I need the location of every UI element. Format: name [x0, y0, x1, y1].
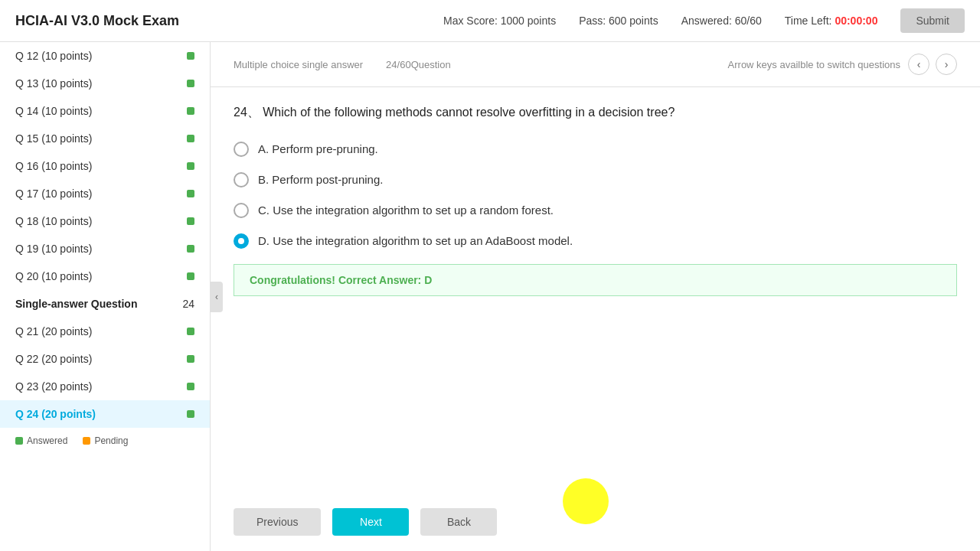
radio-d-inner	[238, 238, 244, 244]
option-a-text: A. Perform pre-pruning.	[258, 142, 378, 155]
sidebar-item-q17[interactable]: Q 17 (10 points)	[0, 180, 210, 207]
sidebar-item-label: Q 19 (10 points)	[15, 243, 92, 255]
sidebar-item-q23[interactable]: Q 23 (20 points)	[0, 373, 210, 400]
sidebar-section-single: Single-answer Question 24	[0, 290, 210, 318]
sidebar-item-q13[interactable]: Q 13 (10 points)	[0, 70, 210, 97]
answered-dot	[187, 383, 194, 390]
sidebar-item-q15[interactable]: Q 15 (10 points)	[0, 125, 210, 152]
prev-arrow-button[interactable]: ‹	[908, 54, 929, 75]
layout-wrap: Q 12 (10 points) Q 13 (10 points) Q 14 (…	[0, 42, 980, 551]
sidebar-item-q12[interactable]: Q 12 (10 points)	[0, 42, 210, 70]
answered-dot	[187, 107, 194, 115]
sidebar-item-q22[interactable]: Q 22 (20 points)	[0, 345, 210, 373]
answered-dot	[187, 162, 194, 170]
content-panel: Multiple choice single answer 24/60Quest…	[211, 42, 980, 551]
answered-dot	[187, 355, 194, 363]
sidebar-item-q16[interactable]: Q 16 (10 points)	[0, 152, 210, 180]
option-c-text: C. Use the integration algorithm to set …	[258, 204, 554, 217]
max-score-label: Max Score: 1000 points	[443, 15, 556, 27]
sidebar-item-q21[interactable]: Q 21 (20 points)	[0, 318, 210, 345]
option-a[interactable]: A. Perform pre-pruning.	[234, 142, 957, 157]
radio-d[interactable]	[234, 233, 249, 249]
question-body: 24、 Which of the following methods canno…	[211, 87, 980, 493]
question-header-left: Multiple choice single answer 24/60Quest…	[234, 59, 451, 70]
option-d[interactable]: D. Use the integration algorithm to set …	[234, 233, 957, 249]
question-content: Which of the following methods cannot re…	[263, 106, 675, 119]
question-progress: 24/60Question	[386, 59, 451, 70]
arrow-hint: Arrow keys availble to switch questions	[728, 59, 900, 70]
timer-value: 00:00:00	[835, 15, 877, 27]
previous-button[interactable]: Previous	[234, 508, 321, 536]
button-row: Previous Next Back	[211, 493, 980, 551]
correct-answer-text: Congratulations! Correct Answer: D	[250, 274, 432, 286]
answered-dot	[187, 135, 194, 142]
sidebar-item-label: Q 18 (10 points)	[15, 215, 92, 227]
pass-label: Pass: 600 points	[579, 15, 658, 27]
answered-dot	[187, 410, 194, 418]
legend: Answered Pending	[0, 428, 210, 454]
main-content: Q 12 (10 points) Q 13 (10 points) Q 14 (…	[0, 42, 980, 551]
answered-dot	[187, 217, 194, 225]
option-b-text: B. Perform post-pruning.	[258, 173, 383, 186]
option-d-text: D. Use the integration algorithm to set …	[258, 234, 573, 247]
sidebar-item-label: Q 15 (10 points)	[15, 132, 92, 145]
top-bar: HCIA-AI V3.0 Mock Exam Max Score: 1000 p…	[0, 0, 980, 42]
answered-dot	[187, 272, 194, 280]
sidebar-item-label: Q 13 (10 points)	[15, 77, 92, 90]
answered-dot	[187, 328, 194, 335]
sidebar-item-label: Q 23 (20 points)	[15, 380, 92, 393]
sidebar-item-q20[interactable]: Q 20 (10 points)	[0, 262, 210, 290]
app-title: HCIA-AI V3.0 Mock Exam	[15, 13, 179, 29]
sidebar-item-label: Q 22 (20 points)	[15, 353, 92, 365]
back-button[interactable]: Back	[420, 508, 497, 536]
question-type: Multiple choice single answer	[234, 59, 363, 70]
sidebar-item-q19[interactable]: Q 19 (10 points)	[0, 235, 210, 262]
legend-answered: Answered	[15, 435, 67, 446]
sidebar-item-label: Q 14 (10 points)	[15, 105, 92, 117]
question-text: 24、 Which of the following methods canno…	[234, 103, 957, 122]
legend-pending: Pending	[83, 435, 128, 446]
radio-a[interactable]	[234, 142, 249, 157]
time-left-label: Time Left: 00:00:00	[785, 15, 878, 27]
correct-answer-banner: Congratulations! Correct Answer: D	[234, 264, 957, 296]
next-button[interactable]: Next	[332, 508, 409, 536]
answered-dot	[187, 245, 194, 253]
radio-c[interactable]	[234, 203, 249, 218]
pending-legend-dot	[83, 437, 90, 445]
answered-legend-dot	[15, 437, 23, 445]
pending-legend-label: Pending	[94, 435, 128, 446]
sidebar-item-q14[interactable]: Q 14 (10 points)	[0, 97, 210, 125]
submit-button[interactable]: Submit	[900, 8, 965, 33]
sidebar-section-label: Single-answer Question	[15, 298, 137, 310]
option-c[interactable]: C. Use the integration algorithm to set …	[234, 203, 957, 218]
sidebar-item-label: Q 17 (10 points)	[15, 187, 92, 200]
answered-dot	[187, 190, 194, 197]
question-nav: ‹ ›	[908, 54, 957, 75]
answered-label: Answered: 60/60	[681, 15, 762, 27]
next-arrow-button[interactable]: ›	[936, 54, 957, 75]
sidebar-item-q24[interactable]: Q 24 (20 points)	[0, 400, 210, 428]
question-header: Multiple choice single answer 24/60Quest…	[211, 42, 980, 87]
sidebar-item-q18[interactable]: Q 18 (10 points)	[0, 207, 210, 235]
sidebar-section-count: 24	[182, 298, 194, 310]
question-header-right: Arrow keys availble to switch questions …	[728, 54, 957, 75]
header-right: Max Score: 1000 points Pass: 600 points …	[443, 8, 965, 33]
sidebar-item-label: Q 21 (20 points)	[15, 325, 92, 337]
answered-dot	[187, 52, 194, 60]
question-number: 24、	[234, 106, 260, 119]
sidebar-item-label: Q 20 (10 points)	[15, 270, 92, 282]
sidebar-item-label: Q 24 (20 points)	[15, 408, 96, 420]
answered-legend-label: Answered	[27, 435, 67, 446]
radio-b[interactable]	[234, 172, 249, 187]
sidebar: Q 12 (10 points) Q 13 (10 points) Q 14 (…	[0, 42, 211, 551]
sidebar-item-label: Q 12 (10 points)	[15, 50, 92, 62]
answered-dot	[187, 80, 194, 87]
option-b[interactable]: B. Perform post-pruning.	[234, 172, 957, 187]
sidebar-item-label: Q 16 (10 points)	[15, 160, 92, 172]
collapse-sidebar-button[interactable]: ‹	[211, 282, 223, 312]
